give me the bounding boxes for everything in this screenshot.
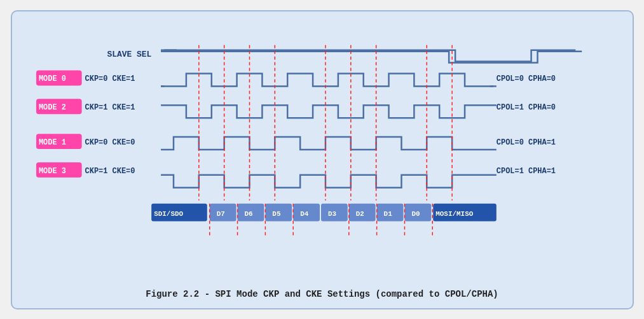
mode2-label: MODE 2 (38, 103, 65, 112)
data-label-d4: D4 (300, 209, 309, 217)
data-label-sdisdo: SDI/SDO (154, 209, 183, 217)
diagram-area: SLAVE SEL MODE 0 CKP=0 CKE=1 CPOL=0 CPHA… (25, 23, 620, 283)
mode1-right: CPOL=0 CPHA=1 (496, 138, 555, 147)
mode3-label: MODE 3 (38, 166, 65, 175)
data-label-d1: D1 (383, 209, 392, 217)
vertical-markers (198, 45, 451, 200)
mode2-waveform (161, 105, 497, 118)
data-label-d2: D2 (355, 209, 364, 217)
mode1-waveform (161, 137, 497, 150)
main-container: SLAVE SEL MODE 0 CKP=0 CKE=1 CPOL=0 CPHA… (11, 10, 634, 309)
mode1-params: CKP=0 CKE=0 (85, 138, 135, 147)
data-label-d7: D7 (216, 209, 224, 217)
data-label-d5: D5 (272, 209, 280, 217)
data-label-d0: D0 (411, 209, 420, 217)
slave-sel-label: SLAVE SEL (107, 49, 151, 59)
mode3-params: CKP=1 CKE=0 (85, 166, 135, 175)
data-label-d6: D6 (244, 209, 252, 217)
mode0-right: CPOL=0 CPHA=0 (496, 74, 555, 83)
figure-caption: Figure 2.2 - SPI Mode CKP and CKE Settin… (25, 283, 620, 302)
mode2-right: CPOL=1 CPHA=0 (496, 103, 555, 112)
mode1-label: MODE 1 (38, 138, 65, 147)
mode2-params: CKP=1 CKE=1 (85, 103, 135, 112)
mode0-label: MODE 0 (38, 74, 65, 83)
mode0-waveform (161, 73, 497, 86)
mode3-waveform (161, 174, 497, 187)
mode3-right: CPOL=1 CPHA=1 (496, 166, 555, 175)
mode0-params: CKP=0 CKE=1 (85, 74, 135, 83)
data-label-d3: D3 (327, 209, 336, 217)
data-label-mosimiso: MOSI/MISO (435, 209, 474, 217)
